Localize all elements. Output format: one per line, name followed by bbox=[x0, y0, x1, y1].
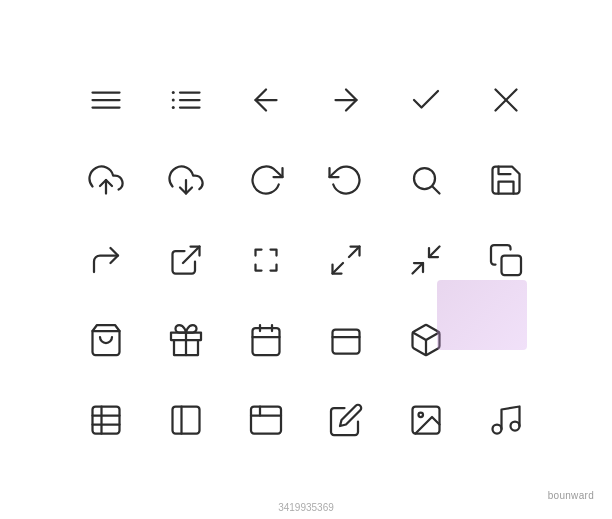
svg-point-6 bbox=[172, 91, 175, 94]
shopping-bag-icon bbox=[66, 300, 146, 380]
image-icon bbox=[386, 380, 466, 460]
checkmark-icon bbox=[386, 60, 466, 140]
download-icon bbox=[146, 140, 226, 220]
edit-icon bbox=[306, 380, 386, 460]
empty-cell-r4c6 bbox=[466, 300, 546, 380]
svg-point-15 bbox=[414, 168, 435, 189]
panel-right-icon bbox=[146, 380, 226, 460]
share-icon bbox=[66, 220, 146, 300]
svg-rect-39 bbox=[251, 406, 281, 433]
svg-line-20 bbox=[413, 263, 424, 274]
upload-icon bbox=[66, 140, 146, 220]
panel-left-icon bbox=[66, 380, 146, 460]
svg-line-21 bbox=[429, 246, 440, 257]
arrow-left-icon bbox=[226, 60, 306, 140]
arrow-right-icon bbox=[306, 60, 386, 140]
save-icon bbox=[466, 140, 546, 220]
external-link-icon bbox=[146, 220, 226, 300]
list-icon bbox=[146, 60, 226, 140]
svg-rect-22 bbox=[502, 255, 522, 275]
window-icon bbox=[226, 380, 306, 460]
svg-rect-37 bbox=[173, 406, 200, 433]
svg-rect-33 bbox=[93, 406, 120, 433]
compress-icon bbox=[386, 220, 466, 300]
svg-rect-30 bbox=[333, 329, 360, 353]
calendar-icon bbox=[226, 300, 306, 380]
refresh-ccw-icon bbox=[306, 140, 386, 220]
icon-grid bbox=[66, 60, 546, 460]
search-icon bbox=[386, 140, 466, 220]
copy-icon bbox=[466, 220, 546, 300]
box-icon bbox=[386, 300, 466, 380]
expand-small-icon bbox=[226, 220, 306, 300]
music-icon bbox=[466, 380, 546, 460]
svg-line-17 bbox=[183, 246, 200, 263]
svg-line-19 bbox=[333, 263, 344, 274]
svg-point-8 bbox=[172, 106, 175, 109]
expand-icon bbox=[306, 220, 386, 300]
svg-point-43 bbox=[419, 412, 424, 417]
browser-icon bbox=[306, 300, 386, 380]
svg-line-18 bbox=[349, 246, 360, 257]
svg-point-7 bbox=[172, 98, 175, 101]
stock-id-text: 3419935369 bbox=[278, 502, 334, 513]
svg-point-45 bbox=[511, 421, 520, 430]
svg-line-16 bbox=[433, 186, 440, 193]
watermark-text: bounward bbox=[548, 490, 594, 501]
svg-rect-26 bbox=[253, 328, 280, 355]
hamburger-menu-icon bbox=[66, 60, 146, 140]
refresh-cw-icon bbox=[226, 140, 306, 220]
close-icon bbox=[466, 60, 546, 140]
svg-point-44 bbox=[493, 424, 502, 433]
gift-icon bbox=[146, 300, 226, 380]
